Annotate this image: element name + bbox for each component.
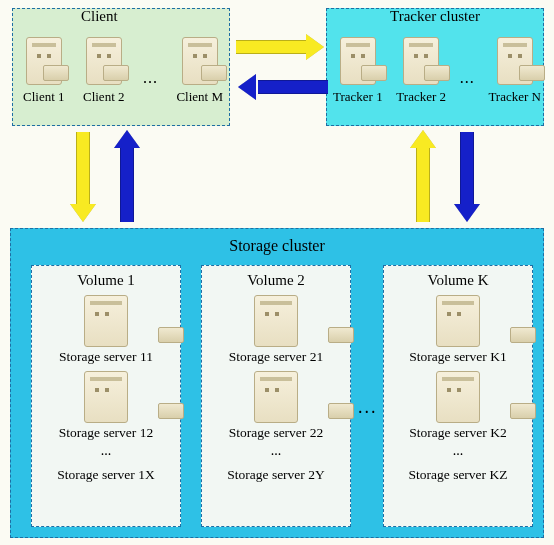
storage-server-k2-label: Storage server K2 [384, 425, 532, 441]
arrow-tracker-to-client [248, 80, 326, 94]
volume-2-title: Volume 2 [202, 272, 350, 289]
arrow-storage-to-client [120, 140, 134, 220]
tracker-cluster-box: Tracker cluster Tracker 1 Tracker 2 ... … [326, 8, 544, 126]
storage-server-k1-label: Storage server K1 [384, 349, 532, 365]
tracker-server-1: Tracker 1 [333, 37, 383, 105]
storage-server-k1-icon [384, 295, 532, 347]
architecture-diagram: Client Client 1 Client 2 ... Client M Tr… [0, 0, 554, 545]
volume-k-title: Volume K [384, 272, 532, 289]
volume-2-dots: ... [202, 443, 350, 459]
volume-2-box: Volume 2 Storage server 21 Storage serve… [201, 265, 351, 527]
storage-server-1x-label: Storage server 1X [32, 467, 180, 483]
storage-server-2y-label: Storage server 2Y [202, 467, 350, 483]
tracker-label-n: Tracker N [488, 89, 541, 105]
tracker-ellipsis: ... [460, 55, 475, 87]
tracker-server-2: Tracker 2 [396, 37, 446, 105]
arrow-storage-to-tracker [416, 140, 430, 220]
arrow-client-to-tracker [236, 40, 314, 54]
storage-title: Storage cluster [11, 229, 543, 255]
client-label-2: Client 2 [83, 89, 125, 105]
volume-k-dots: ... [384, 443, 532, 459]
volume-1-dots: ... [32, 443, 180, 459]
tracker-server-n: Tracker N [488, 37, 541, 105]
storage-server-11-label: Storage server 11 [32, 349, 180, 365]
storage-server-11-icon [32, 295, 180, 347]
arrow-client-to-storage [76, 132, 90, 212]
tracker-row: Tracker 1 Tracker 2 ... Tracker N [333, 37, 541, 105]
storage-server-12-label: Storage server 12 [32, 425, 180, 441]
storage-server-22-icon [202, 371, 350, 423]
arrow-tracker-to-storage [460, 132, 474, 212]
client-label-1: Client 1 [23, 89, 65, 105]
client-server-1: Client 1 [23, 37, 65, 105]
tracker-label-1: Tracker 1 [333, 89, 383, 105]
volume-1-box: Volume 1 Storage server 11 Storage serve… [31, 265, 181, 527]
client-server-m: Client M [176, 37, 223, 105]
storage-server-12-icon [32, 371, 180, 423]
storage-server-kz-label: Storage server KZ [384, 467, 532, 483]
volume-k-box: Volume K Storage server K1 Storage serve… [383, 265, 533, 527]
client-label-m: Client M [176, 89, 223, 105]
storage-server-21-icon [202, 295, 350, 347]
tracker-title: Tracker cluster [327, 8, 543, 25]
client-cluster-box: Client Client 1 Client 2 ... Client M [12, 8, 230, 126]
storage-server-22-label: Storage server 22 [202, 425, 350, 441]
storage-cluster-box: Storage cluster Volume 1 Storage server … [10, 228, 544, 538]
client-ellipsis: ... [143, 55, 158, 87]
storage-server-21-label: Storage server 21 [202, 349, 350, 365]
client-row: Client 1 Client 2 ... Client M [23, 37, 223, 105]
storage-server-k2-icon [384, 371, 532, 423]
volume-1-title: Volume 1 [32, 272, 180, 289]
tracker-label-2: Tracker 2 [396, 89, 446, 105]
client-title: Client [13, 8, 229, 25]
client-server-2: Client 2 [83, 37, 125, 105]
storage-volumes-ellipsis: ... [358, 397, 378, 418]
